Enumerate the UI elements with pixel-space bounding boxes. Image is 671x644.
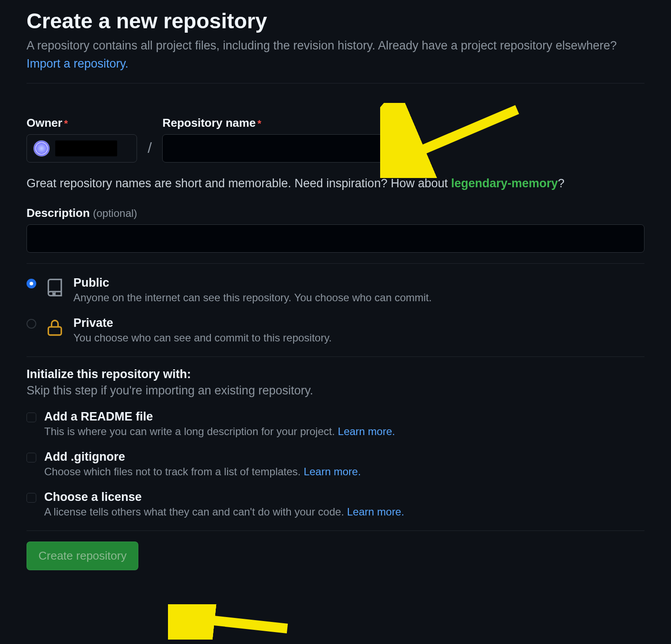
private-desc: You choose who can see and commit to thi…	[73, 332, 332, 344]
owner-label: Owner*	[27, 116, 137, 130]
description-label: Description (optional)	[27, 206, 644, 220]
lock-icon	[45, 318, 65, 337]
create-repository-button[interactable]: Create repository	[27, 542, 138, 570]
description-input[interactable]	[27, 224, 644, 253]
public-radio[interactable]	[27, 279, 36, 288]
gitignore-learn-link[interactable]: Learn more.	[304, 466, 361, 477]
owner-label-text: Owner	[27, 116, 62, 129]
repo-name-field-group: Repository name*	[162, 116, 383, 163]
readme-learn-link[interactable]: Learn more.	[338, 425, 395, 437]
import-repository-link[interactable]: Import a repository.	[27, 57, 129, 70]
license-desc: A license tells others what they can and…	[44, 506, 404, 518]
hint-q: ?	[558, 177, 564, 190]
gitignore-desc: Choose which files not to track from a l…	[44, 466, 361, 478]
gitignore-desc-text: Choose which files not to track from a l…	[44, 466, 304, 477]
description-field-group: Description (optional)	[27, 206, 644, 253]
readme-row: Add a README file This is where you can …	[27, 410, 644, 438]
description-label-text: Description	[27, 206, 90, 220]
visibility-public-row: Public Anyone on the internet can see th…	[27, 276, 644, 304]
gitignore-row: Add .gitignore Choose which files not to…	[27, 450, 644, 478]
page-title: Create a new repository	[27, 9, 644, 33]
private-radio[interactable]	[27, 319, 36, 329]
owner-select-dropdown[interactable]	[27, 134, 137, 163]
page-subtitle: A repository contains all project files,…	[27, 37, 644, 72]
public-title: Public	[73, 276, 432, 290]
initialize-heading: Initialize this repository with:	[27, 367, 644, 381]
gitignore-title: Add .gitignore	[44, 450, 361, 464]
divider	[27, 530, 644, 531]
repo-name-input[interactable]	[162, 134, 383, 163]
required-asterisk: *	[64, 118, 68, 129]
public-desc: Anyone on the internet can see this repo…	[73, 292, 432, 304]
readme-desc-text: This is where you can write a long descr…	[44, 425, 338, 437]
gitignore-checkbox[interactable]	[27, 453, 36, 462]
avatar-icon	[33, 140, 50, 157]
readme-title: Add a README file	[44, 410, 395, 424]
license-title: Choose a license	[44, 490, 404, 504]
divider	[27, 83, 644, 83]
license-checkbox[interactable]	[27, 493, 36, 503]
private-title: Private	[73, 316, 332, 330]
svg-line-4	[186, 617, 287, 629]
readme-desc: This is where you can write a long descr…	[44, 425, 395, 438]
subtitle-text: A repository contains all project files,…	[27, 39, 617, 52]
readme-checkbox[interactable]	[27, 413, 36, 422]
divider	[27, 263, 644, 264]
annotation-arrow-icon	[168, 604, 301, 640]
license-learn-link[interactable]: Learn more.	[347, 506, 404, 518]
repo-name-label: Repository name*	[162, 116, 383, 130]
name-suggestion-link[interactable]: legendary-memory	[451, 177, 558, 190]
license-row: Choose a license A license tells others …	[27, 490, 644, 518]
hint-text: Great repository names are short and mem…	[27, 177, 451, 190]
visibility-private-row: Private You choose who can see and commi…	[27, 316, 644, 344]
description-optional: (optional)	[93, 207, 137, 219]
divider	[27, 356, 644, 357]
initialize-sub: Skip this step if you're importing an ex…	[27, 384, 644, 398]
owner-field-group: Owner*	[27, 116, 137, 163]
slash-separator: /	[148, 133, 152, 163]
owner-name-redacted	[55, 140, 117, 156]
name-hint-row: Great repository names are short and mem…	[27, 177, 644, 190]
required-asterisk: *	[257, 118, 261, 129]
repo-icon	[45, 278, 65, 297]
license-desc-text: A license tells others what they can and…	[44, 506, 347, 518]
repo-name-label-text: Repository name	[162, 116, 255, 129]
svg-rect-0	[48, 327, 61, 335]
